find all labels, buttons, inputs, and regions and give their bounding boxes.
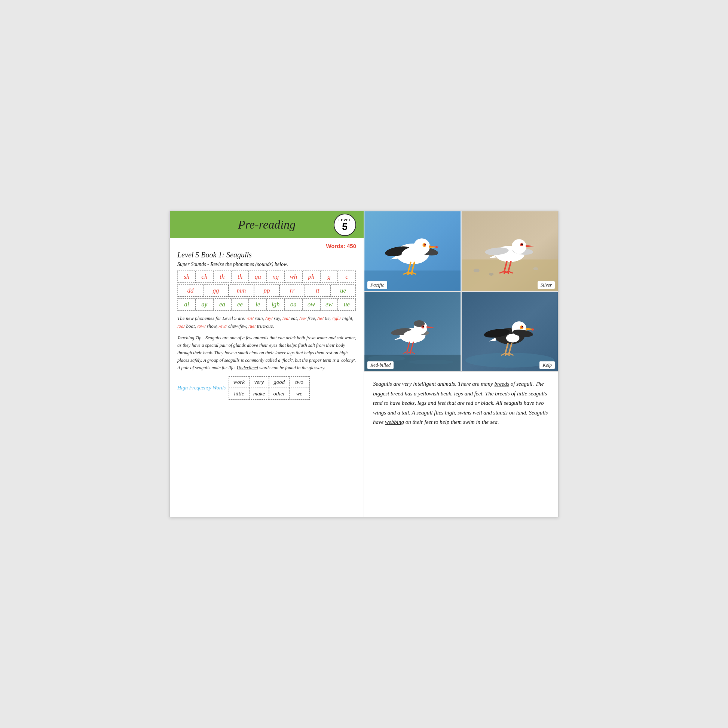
sound-ea: ea bbox=[213, 298, 231, 310]
hfw-little: little bbox=[229, 388, 249, 399]
hfw-label: High Frequency Words bbox=[177, 385, 226, 391]
sound-ue: ue bbox=[330, 285, 356, 297]
sound-grid-1: sh ch th th qu ng wh ph g c bbox=[177, 271, 356, 283]
phoneme-igh: /igh/ bbox=[332, 315, 341, 321]
book-title: Level 5 Book 1: Seagulls bbox=[177, 251, 356, 259]
sound-igh: igh bbox=[267, 298, 285, 310]
sound-ue2: ue bbox=[338, 298, 356, 310]
sound-g: g bbox=[320, 271, 338, 283]
svg-point-31 bbox=[511, 239, 526, 254]
svg-point-77 bbox=[532, 328, 534, 330]
sound-ch: ch bbox=[196, 271, 214, 283]
left-panel: Pre-reading LEVEL 5 Words: 450 Level 5 B… bbox=[170, 211, 364, 517]
underlined-words: Underlined bbox=[237, 365, 258, 370]
sound-wh: wh bbox=[285, 271, 303, 283]
svg-point-75 bbox=[522, 326, 523, 327]
sound-grid-3: ai ay ea ee ie igh oa ow ew ue bbox=[177, 298, 356, 311]
bird-pacific-svg bbox=[364, 211, 461, 291]
sound-ng: ng bbox=[267, 271, 285, 283]
phoneme-oa: /oa/ bbox=[177, 323, 185, 329]
hfw-good: good bbox=[269, 376, 289, 388]
breeds-underline: breeds bbox=[494, 381, 509, 387]
pre-reading-title: Pre-reading bbox=[238, 218, 295, 232]
svg-point-24 bbox=[473, 269, 479, 272]
phoneme-ai: /ai/ bbox=[247, 315, 253, 321]
sound-th2: th bbox=[231, 271, 249, 283]
sound-dd: dd bbox=[178, 285, 203, 297]
sound-ee: ee bbox=[231, 298, 249, 310]
seagull-images: Pacific bbox=[364, 211, 558, 372]
hfw-two: two bbox=[289, 376, 309, 388]
hfw-very: very bbox=[249, 376, 269, 388]
svg-point-33 bbox=[521, 243, 523, 245]
sound-ie: ie bbox=[249, 298, 267, 310]
page-wrapper: Pre-reading LEVEL 5 Words: 450 Level 5 B… bbox=[170, 211, 558, 517]
header-bar: Pre-reading LEVEL 5 bbox=[170, 211, 364, 238]
webbing-underline: webbing bbox=[385, 419, 404, 425]
bird-pacific-cell: Pacific bbox=[364, 211, 461, 291]
kelp-label: Kelp bbox=[540, 361, 555, 369]
words-label: Words: bbox=[326, 243, 345, 249]
sound-c: c bbox=[338, 271, 356, 283]
sound-tt: tt bbox=[305, 285, 330, 297]
sound-rr: rr bbox=[280, 285, 305, 297]
phoneme-ew: /ew/ bbox=[219, 323, 227, 329]
silver-label: Silver bbox=[538, 281, 555, 289]
left-content: Words: 450 Level 5 Book 1: Seagulls Supe… bbox=[170, 238, 364, 517]
phoneme-ue: /ue/ bbox=[248, 323, 256, 329]
words-count: 450 bbox=[347, 243, 356, 249]
sound-th1: th bbox=[213, 271, 231, 283]
phoneme-ay: /ay/ bbox=[265, 315, 273, 321]
sound-ay: ay bbox=[196, 298, 214, 310]
svg-point-25 bbox=[489, 273, 494, 276]
hfw-make: make bbox=[249, 388, 269, 399]
phoneme-ie: /ie/ bbox=[317, 315, 324, 321]
bird-redbilled-svg bbox=[364, 292, 461, 372]
hfw-section: High Frequency Words work very good two … bbox=[177, 376, 356, 400]
phonemes-text: The new phonemes for Level 5 are: /ai/ r… bbox=[177, 315, 356, 330]
sound-ph: ph bbox=[302, 271, 320, 283]
pacific-label: Pacific bbox=[367, 281, 387, 289]
sound-ew: ew bbox=[320, 298, 338, 310]
hfw-we: we bbox=[289, 388, 309, 399]
sound-gg: gg bbox=[203, 285, 229, 297]
bird-silver-svg bbox=[462, 211, 558, 291]
bird-redbilled-cell: Red-billed bbox=[364, 291, 461, 372]
sound-ai: ai bbox=[178, 298, 196, 310]
sound-pp: pp bbox=[254, 285, 280, 297]
redbilled-label: Red-billed bbox=[367, 361, 393, 369]
svg-point-9 bbox=[425, 243, 426, 245]
level-number: 5 bbox=[342, 222, 347, 232]
sound-qu: qu bbox=[249, 271, 267, 283]
sound-mm: mm bbox=[229, 285, 254, 297]
hfw-work: work bbox=[229, 376, 249, 388]
seagull-description: Seagulls are very intelligent animals. T… bbox=[364, 372, 558, 435]
phoneme-ow: /ow/ bbox=[197, 323, 205, 329]
sound-oa: oa bbox=[285, 298, 303, 310]
svg-point-55 bbox=[422, 326, 424, 327]
teaching-tip: Teaching Tip - Seagulls are one of a few… bbox=[177, 334, 356, 372]
right-panel: Pacific bbox=[364, 211, 558, 517]
svg-point-26 bbox=[533, 267, 538, 270]
phoneme-ea: /ea/ bbox=[283, 315, 290, 321]
bird-kelp-cell: Kelp bbox=[461, 291, 558, 372]
sound-ow: ow bbox=[302, 298, 320, 310]
svg-point-12 bbox=[436, 246, 438, 248]
bird-silver-cell: Silver bbox=[461, 211, 558, 291]
super-sounds-label: Super Sounds - Revise the phonemes (soun… bbox=[177, 262, 356, 268]
sound-sh: sh bbox=[178, 271, 196, 283]
phoneme-ee: /ee/ bbox=[299, 315, 306, 321]
hfw-other: other bbox=[269, 388, 289, 399]
level-badge: LEVEL 5 bbox=[334, 214, 356, 236]
bird-kelp-svg bbox=[462, 292, 558, 372]
hfw-grid: work very good two little make other we bbox=[229, 376, 310, 400]
sound-grid-2: dd gg mm pp rr tt ue bbox=[177, 284, 356, 297]
words-line: Words: 450 bbox=[177, 243, 356, 249]
svg-point-6 bbox=[414, 238, 430, 254]
